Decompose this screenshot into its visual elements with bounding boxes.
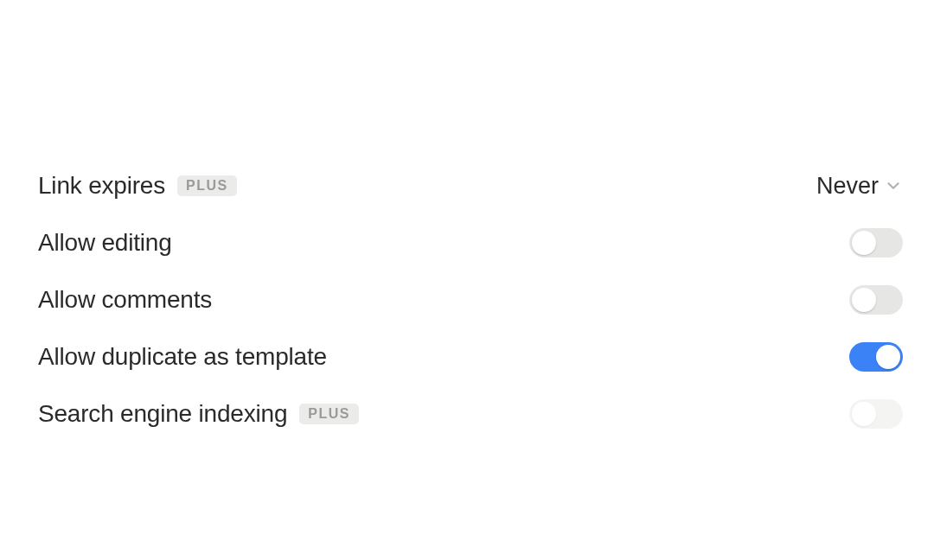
row-left: Allow editing [38,229,172,257]
plus-badge: PLUS [177,175,237,196]
toggle-knob [852,288,876,312]
link-expires-dropdown[interactable]: Never [816,173,903,200]
row-left: Search engine indexing PLUS [38,400,359,428]
allow-duplicate-toggle[interactable] [849,342,903,372]
row-link-expires: Link expires PLUS Never [38,157,903,214]
row-left: Allow duplicate as template [38,343,327,371]
allow-duplicate-label: Allow duplicate as template [38,343,327,371]
row-search-indexing: Search engine indexing PLUS [38,385,903,442]
chevron-down-icon [884,176,903,195]
row-allow-comments: Allow comments [38,271,903,328]
allow-editing-label: Allow editing [38,229,172,257]
link-expires-label: Link expires [38,172,165,200]
allow-editing-toggle[interactable] [849,228,903,258]
search-indexing-label: Search engine indexing [38,400,287,428]
plus-badge: PLUS [299,404,359,424]
row-left: Allow comments [38,286,212,314]
row-left: Link expires PLUS [38,172,237,200]
row-allow-duplicate: Allow duplicate as template [38,328,903,385]
row-allow-editing: Allow editing [38,214,903,271]
toggle-knob [852,231,876,255]
toggle-knob [876,345,900,369]
link-expires-value: Never [816,173,879,200]
allow-comments-label: Allow comments [38,286,212,314]
toggle-knob [852,402,876,426]
allow-comments-toggle[interactable] [849,285,903,315]
search-indexing-toggle [849,399,903,429]
